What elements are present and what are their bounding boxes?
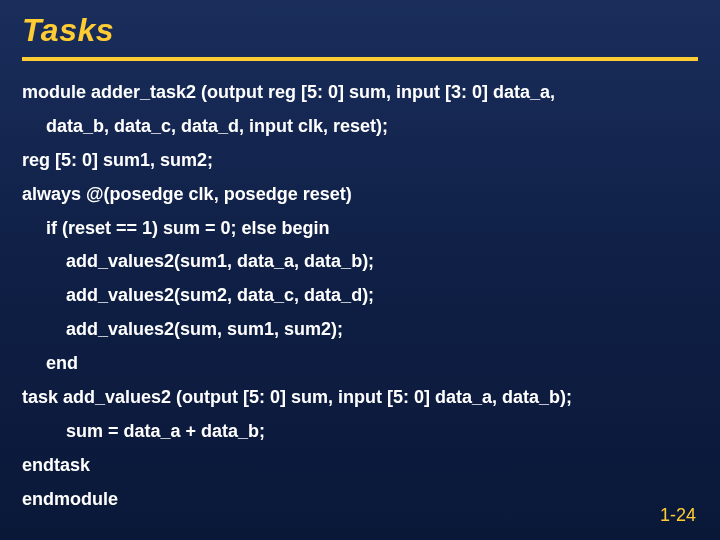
code-line: end <box>22 350 698 378</box>
code-line: endtask <box>22 452 698 480</box>
code-line: data_b, data_c, data_d, input clk, reset… <box>22 113 698 141</box>
code-line: add_values2(sum, sum1, sum2); <box>22 316 698 344</box>
code-line: add_values2(sum2, data_c, data_d); <box>22 282 698 310</box>
slide-title: Tasks <box>22 12 698 49</box>
code-line: if (reset == 1) sum = 0; else begin <box>22 215 698 243</box>
code-block: module adder_task2 (output reg [5: 0] su… <box>22 79 698 514</box>
code-line: sum = data_a + data_b; <box>22 418 698 446</box>
code-line: module adder_task2 (output reg [5: 0] su… <box>22 79 698 107</box>
slide: Tasks module adder_task2 (output reg [5:… <box>0 0 720 540</box>
page-number: 1-24 <box>660 505 696 526</box>
code-line: add_values2(sum1, data_a, data_b); <box>22 248 698 276</box>
code-line: endmodule <box>22 486 698 514</box>
code-line: reg [5: 0] sum1, sum2; <box>22 147 698 175</box>
code-line: task add_values2 (output [5: 0] sum, inp… <box>22 384 698 412</box>
code-line: always @(posedge clk, posedge reset) <box>22 181 698 209</box>
title-rule <box>22 57 698 61</box>
